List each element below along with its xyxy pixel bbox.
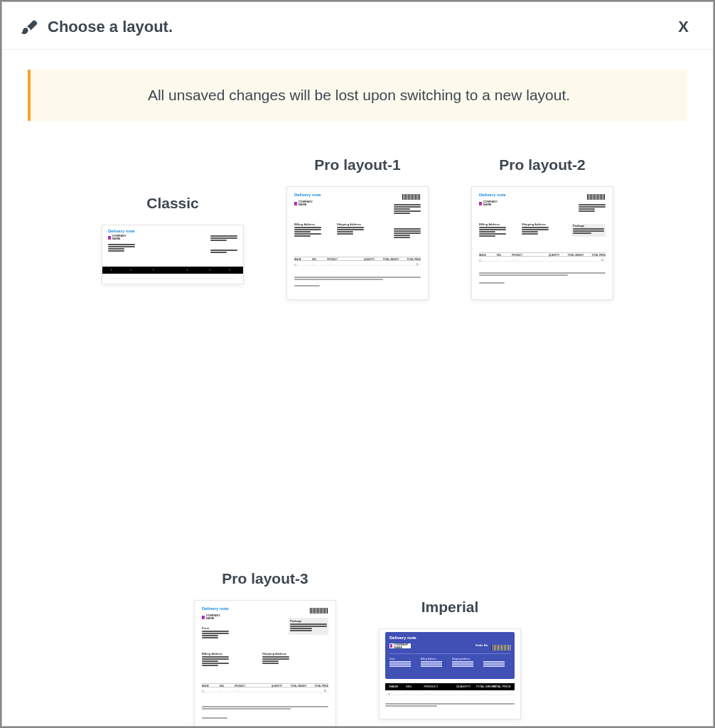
order-no-label: Order No (475, 643, 488, 647)
company-logo-icon: COMPANY NAME (389, 643, 411, 648)
paint-brush-icon (21, 18, 38, 36)
company-logo-icon: COMPANY NAME (294, 201, 316, 205)
table-head: IMAGE SKU PRODUCT QUANTITY TOTAL WEIGHT … (479, 252, 606, 257)
table-row: ▢· · ·· · · · · · ·· ·$· · · (479, 258, 606, 262)
modal-body: All unsaved changes will be lost upon sw… (2, 50, 713, 726)
order-info-block (394, 204, 421, 215)
from-block: From (202, 626, 229, 639)
layout-card-pro3[interactable]: Pro layout-3 Delivery note COMPANY NAME … (194, 570, 336, 726)
right-info-block (210, 235, 237, 242)
barcode-icon (492, 645, 510, 651)
close-button[interactable]: X (672, 15, 694, 39)
header-left: Choose a layout. (21, 18, 173, 36)
doc-title-label: Delivery note (389, 636, 416, 640)
table-row: ··· (109, 275, 236, 279)
layout-thumbnail: Delivery note COMPANY NAME Order No From… (379, 628, 521, 719)
company-logo-icon: COMPANY NAME (108, 235, 129, 240)
table-row: ▢· · ·· · · · · · ·· ·$· · · (294, 262, 421, 266)
layout-picker-modal: Choose a layout. X All unsaved changes w… (1, 1, 714, 727)
layout-title: Pro layout-1 (314, 156, 400, 173)
barcode-icon (402, 194, 421, 200)
footer-notes (385, 703, 515, 707)
doc-title-label: Delivery note (108, 229, 135, 233)
table-row: ▢· · ·· · · · · · ·· ·$· · · (202, 689, 328, 692)
thanks-line (202, 717, 328, 719)
layout-card-pro2[interactable]: Pro layout-2 Delivery note COMPANY NAME … (471, 156, 613, 300)
shipping-mini-block (210, 250, 237, 254)
doc-title-label: Delivery note (294, 193, 321, 197)
company-logo-icon: COMPANY NAME (202, 615, 223, 619)
shipping-block: Shipping Address (262, 652, 289, 665)
layout-title: Imperial (421, 599, 479, 616)
table-head: IMAGE SKU PRODUCT QUANTITY TOTAL WEIGHT … (294, 257, 421, 261)
layout-gallery: Classic Delivery note COMPANY NAME (28, 156, 687, 726)
footer-notes (202, 706, 328, 710)
layout-thumbnail: Delivery note COMPANY NAME Billing Addre… (471, 186, 613, 300)
billing-block: Billing Address (479, 223, 506, 237)
shipping-block: Shipping Address (337, 223, 364, 235)
package-block: Package (573, 224, 604, 235)
barcode-icon (310, 608, 328, 614)
header-columns: From Billing Address Shipping Address · (389, 658, 510, 668)
imperial-header: Delivery note COMPANY NAME Order No From… (385, 632, 515, 679)
doc-title-label: Delivery note (202, 606, 229, 611)
footer-notes (479, 272, 606, 277)
layout-title: Classic (146, 195, 199, 212)
layout-title: Pro layout-2 (499, 156, 585, 173)
modal-header: Choose a layout. X (2, 2, 713, 50)
barcode-icon (587, 194, 606, 200)
classic-table-header: ••• ••• (102, 267, 243, 274)
thanks-line (294, 285, 421, 287)
layout-thumbnail: Delivery note COMPANY NAME ••• (102, 225, 244, 284)
layout-card-classic[interactable]: Classic Delivery note COMPANY NAME (102, 195, 244, 300)
gallery-row-2: Pro layout-3 Delivery note COMPANY NAME … (28, 570, 687, 726)
layout-thumbnail: Delivery note COMPANY NAME Package From (194, 600, 336, 726)
layout-card-imperial[interactable]: Imperial Delivery note COMPANY NAME Orde… (379, 599, 521, 726)
table-row: ▢· · ·· · · · · · ·· ·· · (385, 692, 515, 695)
order-info-block (579, 204, 606, 213)
billing-block: Billing Address (202, 652, 229, 667)
from-address-block (108, 244, 135, 252)
header-divider (389, 653, 510, 654)
layout-title: Pro layout-3 (222, 570, 308, 587)
company-logo-icon: COMPANY NAME (479, 201, 500, 205)
layout-card-pro1[interactable]: Pro layout-1 Delivery note COMPANY NAME … (286, 156, 429, 300)
doc-title-label: Delivery note (479, 193, 506, 197)
billing-block: Billing Address (294, 223, 321, 237)
modal-title: Choose a layout. (48, 18, 173, 36)
warning-banner: All unsaved changes will be lost upon sw… (28, 70, 687, 121)
imperial-table-header: IMAGE SKU PRODUCT QUANTITY TOTAL WEIGHT … (385, 683, 515, 690)
shipping-block: Shipping Address (522, 223, 549, 235)
footer-notes (294, 277, 421, 281)
layout-thumbnail: Delivery note COMPANY NAME Billing Addre… (286, 186, 429, 300)
table-head: IMAGE SKU PRODUCT QUANTITY TOTAL WEIGHT … (202, 683, 328, 687)
extra-order-block (394, 228, 421, 239)
package-block: Package (290, 619, 327, 632)
thanks-line (479, 282, 606, 284)
